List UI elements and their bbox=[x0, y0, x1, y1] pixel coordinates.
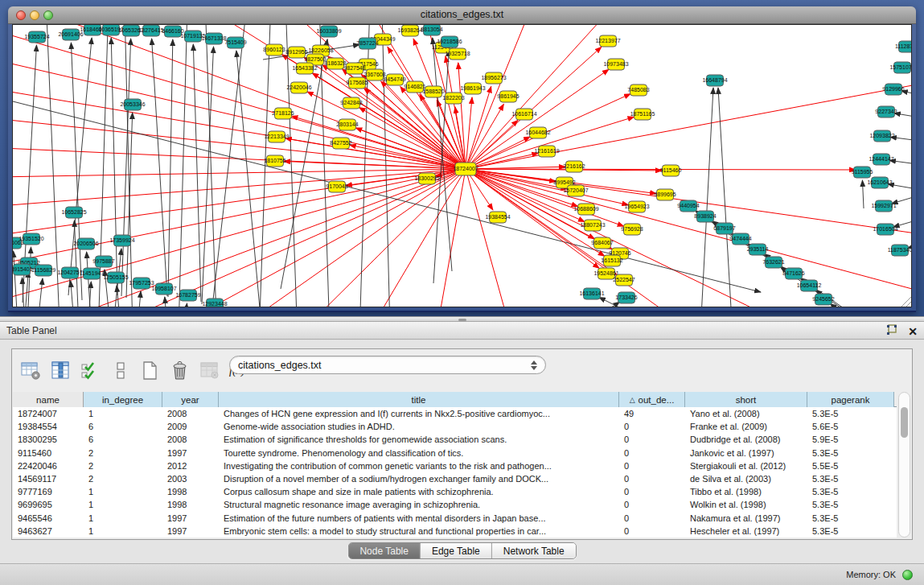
svg-text:19218586: 19218586 bbox=[437, 39, 462, 44]
svg-text:8471626: 8471626 bbox=[782, 270, 804, 276]
table-row[interactable]: 2242004622012Investigating the contribut… bbox=[13, 459, 897, 472]
svg-text:10654112: 10654112 bbox=[797, 282, 822, 288]
svg-text:11875340: 11875340 bbox=[888, 247, 912, 253]
tab-node-table[interactable]: Node Table bbox=[348, 543, 421, 558]
table-row[interactable]: 969969511998Structural magnetic resonanc… bbox=[13, 498, 897, 511]
cell-out_de: 49 bbox=[619, 407, 685, 420]
cell-year: 2003 bbox=[162, 472, 219, 485]
column-visibility-icon[interactable] bbox=[48, 358, 72, 382]
svg-text:1822203: 1822203 bbox=[442, 95, 464, 101]
cell-pagerank: 5.3E-5 bbox=[807, 512, 894, 525]
svg-text:2935114: 2935114 bbox=[747, 246, 769, 252]
cell-out_de: 0 bbox=[619, 472, 685, 485]
table-row[interactable]: 1830029562008Estimation of significance … bbox=[13, 433, 897, 446]
svg-text:11128733: 11128733 bbox=[895, 43, 912, 49]
svg-text:18226058: 18226058 bbox=[308, 47, 333, 53]
vertical-scrollbar[interactable] bbox=[898, 392, 910, 538]
float-panel-icon[interactable] bbox=[885, 323, 898, 340]
network-window-titlebar[interactable]: citations_edges.txt bbox=[8, 6, 916, 24]
svg-text:17957253: 17957253 bbox=[129, 280, 154, 286]
table-row[interactable]: 977716911998Corpus callosum shape and si… bbox=[13, 485, 897, 498]
table-selector-dropdown[interactable]: citations_edges.txt bbox=[229, 356, 546, 374]
svg-text:10616714: 10616714 bbox=[511, 111, 536, 117]
tab-network-table[interactable]: Network Table bbox=[492, 543, 576, 558]
close-panel-icon[interactable]: ✕ bbox=[908, 324, 918, 339]
delete-icon[interactable] bbox=[167, 358, 191, 382]
table-row[interactable]: 946362711997Embryonic stem cells: a mode… bbox=[13, 525, 897, 538]
svg-text:9861945: 9861945 bbox=[497, 93, 519, 99]
cell-in_degree: 1 bbox=[84, 512, 162, 525]
cell-out_de: 0 bbox=[619, 447, 685, 459]
node-table-container: f(x) citations_edges.txt namein_degreeye… bbox=[11, 348, 913, 540]
cell-pagerank: 5.3E-5 bbox=[807, 472, 894, 485]
table-row[interactable]: 1938455462009Genome-wide association stu… bbox=[13, 420, 897, 433]
svg-text:22420046: 22420046 bbox=[286, 84, 311, 90]
column-header-title[interactable]: title bbox=[219, 392, 619, 407]
svg-text:7515409: 7515409 bbox=[224, 39, 246, 45]
column-header-pagerank[interactable]: pagerank bbox=[807, 392, 894, 407]
svg-text:10958107: 10958107 bbox=[151, 286, 176, 291]
tab-edge-table[interactable]: Edge Table bbox=[421, 543, 492, 558]
column-header-out_de[interactable]: △out_de... bbox=[619, 392, 685, 407]
svg-text:20691406: 20691406 bbox=[58, 31, 83, 37]
cell-short: Yano et al. (2008) bbox=[685, 407, 807, 420]
svg-text:10652825: 10652825 bbox=[61, 209, 86, 215]
table-header-row: namein_degreeyeartitle△out_de...shortpag… bbox=[13, 392, 897, 407]
column-header-year[interactable]: year bbox=[162, 392, 219, 407]
cell-title: Estimation of the future numbers of pati… bbox=[219, 512, 619, 525]
cell-short: Wolkin et al. (1998) bbox=[685, 498, 807, 511]
svg-text:1733426: 1733426 bbox=[615, 295, 637, 300]
svg-text:16044682: 16044682 bbox=[525, 130, 550, 135]
svg-text:9474444: 9474444 bbox=[729, 236, 751, 241]
split-divider[interactable] bbox=[0, 316, 924, 322]
svg-text:9827548: 9827548 bbox=[343, 65, 365, 71]
svg-text:8938924: 8938924 bbox=[694, 213, 716, 219]
svg-text:2367608: 2367608 bbox=[363, 72, 385, 77]
svg-text:10973483: 10973483 bbox=[603, 61, 628, 67]
svg-text:8454749: 8454749 bbox=[384, 76, 405, 82]
column-header-name[interactable]: name bbox=[13, 392, 84, 407]
svg-text:17016504: 17016504 bbox=[873, 226, 897, 232]
svg-text:9245652: 9245652 bbox=[812, 296, 834, 302]
scrollbar-thumb[interactable] bbox=[901, 407, 908, 438]
svg-text:9242848: 9242848 bbox=[340, 100, 362, 105]
table-row[interactable]: 1872400712008Changes of HCN gene express… bbox=[13, 407, 897, 420]
svg-text:12161619: 12161619 bbox=[534, 148, 559, 154]
svg-text:20053346: 20053346 bbox=[120, 101, 145, 107]
svg-text:19861943: 19861943 bbox=[460, 85, 485, 91]
cell-in_degree: 1 bbox=[84, 407, 162, 420]
svg-text:3915401: 3915401 bbox=[13, 266, 33, 272]
svg-text:2803144: 2803144 bbox=[336, 122, 358, 127]
cell-pagerank: 5.5E-5 bbox=[807, 459, 894, 472]
svg-text:19351520: 19351520 bbox=[18, 236, 43, 241]
svg-text:1588520: 1588520 bbox=[422, 89, 444, 94]
new-document-icon[interactable] bbox=[138, 358, 162, 382]
svg-text:16543382: 16543382 bbox=[292, 65, 317, 71]
cell-in_degree: 1 bbox=[84, 485, 162, 498]
column-header-short[interactable]: short bbox=[685, 392, 807, 407]
cell-out_de: 0 bbox=[619, 525, 685, 538]
svg-text:16648794: 16648794 bbox=[702, 77, 727, 83]
cell-title: Disruption of a novel member of a sodium… bbox=[219, 472, 619, 485]
delete-table-icon bbox=[197, 358, 221, 382]
cell-name: 19384554 bbox=[13, 420, 84, 433]
dropdown-arrows-icon bbox=[531, 360, 537, 370]
svg-text:8960123: 8960123 bbox=[263, 47, 285, 52]
table-row[interactable]: 946554611997Estimation of the future num… bbox=[13, 512, 897, 525]
svg-text:9827503: 9827503 bbox=[304, 56, 326, 62]
select-all-icon[interactable] bbox=[78, 358, 102, 382]
svg-text:9115460: 9115460 bbox=[660, 167, 682, 173]
svg-text:9115955: 9115955 bbox=[852, 169, 873, 175]
svg-text:8427552: 8427552 bbox=[330, 140, 351, 146]
citation-network-graph[interactable]: 8960123891295518226058982750381863281654… bbox=[13, 25, 912, 307]
cell-short: Hescheler et al. (1997) bbox=[685, 525, 807, 538]
table-settings-icon[interactable] bbox=[18, 358, 43, 382]
table-row[interactable]: 911546021997Tourette syndrome. Phenomeno… bbox=[13, 447, 897, 459]
column-header-in_degree[interactable]: in_degree bbox=[84, 392, 162, 407]
table-row[interactable]: 1456911722003Disruption of a novel membe… bbox=[13, 472, 897, 485]
network-canvas[interactable]: 8960123891295518226058982750381863281654… bbox=[12, 24, 912, 307]
svg-text:15992971: 15992971 bbox=[871, 203, 896, 208]
clear-selection-icon[interactable] bbox=[108, 358, 132, 382]
svg-text:12923448: 12923448 bbox=[202, 301, 227, 307]
svg-text:8912955: 8912955 bbox=[285, 49, 307, 55]
